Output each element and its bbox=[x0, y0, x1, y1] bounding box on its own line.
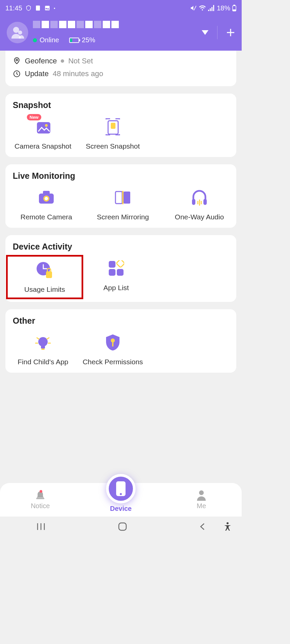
sd-card-icon bbox=[35, 5, 41, 11]
nav-me-label: Me bbox=[197, 502, 206, 510]
svg-rect-1 bbox=[45, 6, 50, 10]
screen-snapshot-item[interactable]: Screen Snapshot bbox=[83, 117, 143, 150]
mute-icon bbox=[190, 5, 197, 11]
back-icon[interactable] bbox=[199, 522, 205, 531]
svg-rect-27 bbox=[192, 199, 195, 205]
svg-point-38 bbox=[38, 337, 48, 346]
app-list-icon bbox=[108, 260, 124, 276]
svg-rect-16 bbox=[37, 122, 50, 133]
mirror-icon bbox=[114, 190, 132, 205]
svg-rect-31 bbox=[201, 201, 202, 204]
svg-line-41 bbox=[47, 338, 49, 339]
usage-limits-item[interactable]: Usage Limits bbox=[14, 261, 75, 293]
nav-me[interactable]: Me bbox=[161, 490, 242, 510]
device-battery-icon bbox=[69, 38, 79, 43]
add-icon[interactable] bbox=[226, 28, 235, 37]
nav-notice-label: Notice bbox=[31, 502, 50, 510]
geofence-row[interactable]: Geofence Not Set bbox=[13, 55, 229, 67]
svg-rect-28 bbox=[203, 199, 207, 205]
one-way-audio-label: One-Way Audio bbox=[175, 213, 224, 221]
image-icon bbox=[44, 5, 50, 11]
new-badge: New bbox=[27, 114, 41, 120]
app-list-label: App List bbox=[103, 284, 129, 292]
app-header: Online 25% bbox=[0, 16, 242, 51]
svg-point-23 bbox=[45, 197, 48, 200]
svg-rect-36 bbox=[109, 269, 115, 276]
svg-rect-3 bbox=[208, 10, 209, 11]
svg-rect-44 bbox=[41, 348, 45, 350]
svg-rect-26 bbox=[122, 191, 124, 204]
svg-rect-9 bbox=[233, 10, 236, 11]
screen-mirroring-label: Screen Mirroring bbox=[97, 213, 149, 221]
battery-icon bbox=[232, 5, 236, 11]
system-nav bbox=[0, 517, 242, 537]
other-title: Other bbox=[13, 316, 229, 326]
snapshot-card: Snapshot New Camera Snapshot Screen Snap… bbox=[5, 94, 236, 157]
remote-camera-label: Remote Camera bbox=[20, 213, 72, 221]
svg-rect-54 bbox=[119, 523, 126, 530]
svg-rect-19 bbox=[111, 123, 115, 129]
wifi-icon bbox=[199, 5, 206, 11]
update-row[interactable]: Update 48 minutes ago bbox=[13, 67, 229, 80]
svg-point-14 bbox=[16, 59, 18, 61]
home-icon[interactable] bbox=[118, 522, 127, 531]
device-activity-title: Device Activity bbox=[13, 242, 229, 252]
check-permissions-label: Check Permissions bbox=[83, 358, 143, 366]
one-way-audio-item[interactable]: One-Way Audio bbox=[166, 188, 233, 221]
app-list-item[interactable]: App List bbox=[86, 259, 146, 295]
signal-icon bbox=[208, 5, 215, 11]
update-value: 48 minutes ago bbox=[53, 69, 103, 78]
svg-rect-29 bbox=[197, 201, 198, 204]
nav-notice[interactable]: Notice bbox=[0, 490, 81, 510]
online-indicator-icon bbox=[33, 38, 37, 42]
svg-rect-5 bbox=[211, 7, 212, 11]
notification-dot-icon bbox=[40, 490, 42, 493]
svg-rect-34 bbox=[109, 261, 115, 268]
find-childs-app-item[interactable]: Find Child's App bbox=[13, 333, 73, 366]
svg-rect-37 bbox=[116, 260, 124, 268]
status-time: 11:45 bbox=[5, 4, 22, 12]
other-card: Other Find Child's App Check Permissions bbox=[5, 309, 236, 373]
username-redacted bbox=[33, 21, 134, 34]
shield-icon bbox=[26, 5, 32, 11]
svg-rect-24 bbox=[124, 192, 130, 204]
bottom-nav: Notice Device Me bbox=[0, 483, 242, 517]
live-monitoring-card: Live Monitoring Remote Camera Screen Mir… bbox=[5, 164, 236, 228]
camera-icon bbox=[38, 190, 55, 205]
svg-point-49 bbox=[120, 493, 122, 495]
svg-rect-8 bbox=[234, 5, 235, 6]
screen-snapshot-label: Screen Snapshot bbox=[86, 142, 140, 150]
svg-rect-25 bbox=[115, 192, 122, 204]
phone-icon bbox=[115, 481, 126, 497]
camera-snapshot-label: Camera Snapshot bbox=[14, 142, 71, 150]
geofence-label: Geofence bbox=[25, 57, 57, 65]
svg-rect-47 bbox=[36, 498, 44, 499]
status-dot-icon bbox=[61, 59, 64, 63]
device-center-button[interactable] bbox=[106, 474, 136, 503]
device-activity-card: Device Activity Usage Limits App List bbox=[5, 235, 236, 302]
remote-camera-item[interactable]: Remote Camera bbox=[13, 188, 80, 221]
person-icon bbox=[196, 490, 206, 501]
nav-device[interactable]: Device bbox=[81, 487, 161, 513]
svg-rect-0 bbox=[36, 6, 40, 11]
svg-point-11 bbox=[18, 31, 22, 35]
usage-limits-label: Usage Limits bbox=[24, 285, 65, 293]
battery-percent: 18% bbox=[217, 4, 230, 12]
dropdown-icon[interactable] bbox=[202, 30, 208, 35]
recent-apps-icon[interactable] bbox=[36, 523, 46, 531]
update-label: Update bbox=[25, 69, 49, 78]
screen-mirroring-item[interactable]: Screen Mirroring bbox=[89, 188, 156, 221]
live-monitoring-title: Live Monitoring bbox=[13, 171, 229, 181]
avatar[interactable] bbox=[7, 22, 28, 43]
svg-rect-46 bbox=[112, 342, 113, 346]
camera-snapshot-item[interactable]: New Camera Snapshot bbox=[13, 117, 73, 150]
svg-rect-30 bbox=[199, 200, 200, 206]
svg-rect-33 bbox=[46, 271, 52, 278]
accessibility-icon[interactable] bbox=[224, 522, 232, 531]
headphones-icon bbox=[191, 190, 208, 206]
check-permissions-item[interactable]: Check Permissions bbox=[83, 333, 143, 366]
info-card: Geofence Not Set Update 48 minutes ago bbox=[5, 51, 236, 86]
geofence-value: Not Set bbox=[68, 57, 93, 65]
svg-rect-4 bbox=[210, 8, 211, 11]
find-childs-app-label: Find Child's App bbox=[17, 358, 68, 366]
